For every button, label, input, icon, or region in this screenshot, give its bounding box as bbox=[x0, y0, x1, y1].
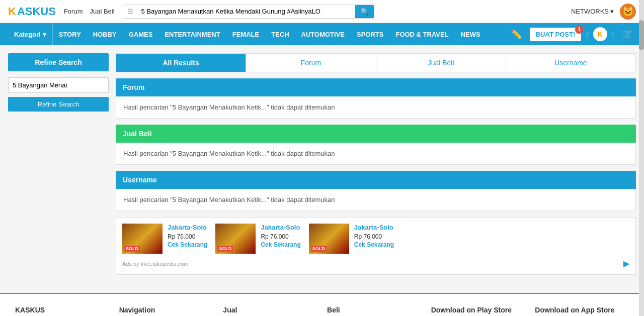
jual-beli-section-header: Jual Beli bbox=[116, 125, 636, 143]
sold-badge-2: SOLD bbox=[217, 246, 233, 252]
main-content: Refine Search Refine Search All Results … bbox=[0, 45, 644, 283]
footer-col-app-store: Download on App Store ◼ KASKUS Jual Beli… bbox=[530, 306, 634, 316]
jual-beli-section-body: Hasil pencarian "5 Bayangan Menakutkan K… bbox=[116, 143, 636, 165]
networks-chevron-icon: ▾ bbox=[610, 8, 614, 15]
nav-games[interactable]: GAMES bbox=[123, 23, 159, 45]
username-section: Username Hasil pencarian "5 Bayangan Men… bbox=[116, 171, 636, 211]
top-nav-forum[interactable]: Forum bbox=[64, 8, 83, 15]
ad-title-3[interactable]: Jakarta-Solo bbox=[354, 224, 393, 231]
hamburger-icon: ☰ bbox=[123, 6, 137, 17]
tab-all-results[interactable]: All Results bbox=[116, 54, 246, 72]
ad-price-3: Rp 76.000 bbox=[354, 233, 394, 240]
refine-search-header-button[interactable]: Refine Search bbox=[8, 53, 109, 71]
nav-links: STORY HOBBY GAMES ENTERTAINMENT FEMALE T… bbox=[53, 23, 487, 45]
search-bar: ☰ 🔍 bbox=[123, 5, 374, 19]
footer-play-store-title: Download on Play Store bbox=[431, 306, 525, 314]
ads-items: SOLD Jakarta-Solo Rp 76.000 Cek Sekarang… bbox=[122, 224, 629, 254]
nav-automotive[interactable]: AUTOMOTIVE bbox=[295, 23, 351, 45]
buat-post-label: BUAT POST! bbox=[536, 31, 575, 38]
networks-button[interactable]: NETWORKS ▾ bbox=[571, 8, 614, 15]
ad-title-1[interactable]: Jakarta-Solo bbox=[168, 224, 207, 231]
footer-cols: KASKUS Pusat Bantuan Tentang Kami Pandua… bbox=[10, 306, 634, 316]
footer-jual-title: Jual bbox=[223, 306, 317, 314]
tab-forum[interactable]: Forum bbox=[246, 54, 375, 72]
nav-entertainment[interactable]: ENTERTAINMENT bbox=[158, 23, 226, 45]
sold-badge-3: SOLD bbox=[311, 246, 327, 252]
kategori-button[interactable]: Kategori ▾ bbox=[8, 23, 53, 45]
footer-col-jual: Jual Cara Jual Updated Berjualan - FAQ K… bbox=[218, 306, 322, 316]
footer-col-kaskus: KASKUS Pusat Bantuan Tentang Kami Pandua… bbox=[10, 306, 114, 316]
top-nav-jual-beli[interactable]: Jual Beli bbox=[90, 8, 114, 15]
nav-divider-2: | bbox=[612, 31, 614, 38]
nav-food-travel[interactable]: FOOD & TRAVEL bbox=[389, 23, 454, 45]
nav-sports[interactable]: SPORTS bbox=[351, 23, 389, 45]
logo-k: K bbox=[8, 5, 16, 18]
ad-cta-3[interactable]: Cek Sekarang bbox=[354, 241, 394, 248]
tabs-bar: All Results Forum Jual Beli Username bbox=[116, 53, 636, 72]
jual-beli-section: Jual Beli Hasil pencarian "5 Bayangan Me… bbox=[116, 125, 636, 165]
footer-app-store-title: Download on App Store bbox=[535, 306, 629, 314]
avatar-icon: 🐱 bbox=[622, 6, 633, 17]
nav-news[interactable]: NEWS bbox=[455, 23, 487, 45]
refine-search-input[interactable] bbox=[8, 77, 109, 93]
nav-bar: Kategori ▾ STORY HOBBY GAMES ENTERTAINME… bbox=[0, 23, 644, 45]
ads-box: SOLD Jakarta-Solo Rp 76.000 Cek Sekarang… bbox=[116, 217, 636, 275]
ad-image-2: SOLD bbox=[215, 224, 256, 254]
buat-post-button[interactable]: BUAT POST! 1 bbox=[530, 28, 581, 41]
username-section-header: Username bbox=[116, 171, 636, 189]
cart-icon[interactable]: 🛒 bbox=[619, 29, 636, 40]
ads-footer: Ads by tiket.tokopedia.com ▶ bbox=[122, 259, 629, 268]
nav-tech[interactable]: TECH bbox=[265, 23, 295, 45]
k-button[interactable]: K bbox=[593, 27, 607, 41]
kategori-chevron-icon: ▾ bbox=[43, 31, 46, 38]
left-sidebar: Refine Search Refine Search bbox=[8, 53, 109, 275]
nav-right: ✏️ BUAT POST! 1 | K | 🛒 bbox=[508, 27, 636, 41]
ad-info-3: Jakarta-Solo Rp 76.000 Cek Sekarang bbox=[354, 224, 394, 248]
edit-icon: ✏️ bbox=[508, 29, 525, 40]
kategori-label: Kategori bbox=[14, 31, 41, 38]
avatar[interactable]: 🐱 bbox=[620, 4, 636, 20]
nav-female[interactable]: FEMALE bbox=[226, 23, 265, 45]
tab-username[interactable]: Username bbox=[506, 54, 635, 72]
ads-arrow-icon: ▶ bbox=[623, 259, 629, 268]
top-nav-links: Forum Jual Beli bbox=[64, 8, 115, 15]
forum-section-body: Hasil pencarian "5 Bayangan Menakutkan K… bbox=[116, 96, 636, 119]
search-input[interactable] bbox=[137, 5, 355, 18]
forum-section-header: Forum bbox=[116, 78, 636, 96]
ad-cta-2[interactable]: Cek Sekarang bbox=[261, 241, 300, 248]
ad-item-1: SOLD Jakarta-Solo Rp 76.000 Cek Sekarang bbox=[122, 224, 207, 254]
forum-section: Forum Hasil pencarian "5 Bayangan Menaku… bbox=[116, 78, 636, 119]
footer-navigation-title: Navigation bbox=[119, 306, 213, 314]
nav-hobby[interactable]: HOBBY bbox=[87, 23, 123, 45]
nav-divider: | bbox=[586, 31, 588, 38]
search-button[interactable]: 🔍 bbox=[355, 5, 374, 18]
scrollbar-thumb[interactable] bbox=[639, 20, 644, 50]
logo[interactable]: KASKUS bbox=[8, 5, 56, 18]
networks-label: NETWORKS bbox=[571, 8, 609, 15]
nav-story[interactable]: STORY bbox=[53, 23, 87, 45]
footer-beli-title: Beli bbox=[327, 306, 421, 314]
refine-search-submit-button[interactable]: Refine Search bbox=[8, 97, 109, 112]
tab-jual-beli[interactable]: Jual Beli bbox=[376, 54, 506, 72]
ad-price-2: Rp 76.000 bbox=[261, 233, 300, 240]
footer-col-play-store: Download on Play Store ▶ KASKUS Jual Bel… bbox=[426, 306, 530, 316]
notif-badge: 1 bbox=[575, 26, 583, 34]
ad-item-2: SOLD Jakarta-Solo Rp 76.000 Cek Sekarang bbox=[215, 224, 300, 254]
ad-title-2[interactable]: Jakarta-Solo bbox=[261, 224, 300, 231]
ad-info-2: Jakarta-Solo Rp 76.000 Cek Sekarang bbox=[261, 224, 300, 248]
top-bar: KASKUS Forum Jual Beli ☰ 🔍 NETWORKS ▾ 🐱 bbox=[0, 0, 644, 23]
footer: KASKUS Pusat Bantuan Tentang Kami Pandua… bbox=[0, 293, 644, 316]
footer-col-navigation: Navigation Forum Jual Beli Groups KASKUS… bbox=[114, 306, 218, 316]
ad-image-3: SOLD bbox=[309, 224, 349, 254]
footer-kaskus-title: KASKUS bbox=[15, 306, 109, 314]
ad-cta-1[interactable]: Cek Sekarang bbox=[168, 241, 207, 248]
right-content: All Results Forum Jual Beli Username For… bbox=[116, 53, 636, 275]
top-right: NETWORKS ▾ 🐱 bbox=[571, 4, 636, 20]
ad-item-3: SOLD Jakarta-Solo Rp 76.000 Cek Sekarang bbox=[309, 224, 394, 254]
logo-askus: ASKUS bbox=[17, 5, 56, 18]
scrollbar[interactable] bbox=[639, 0, 644, 316]
username-section-body: Hasil pencarian "5 Bayangan Menakutkan K… bbox=[116, 189, 636, 211]
ads-footer-label: Ads by tiket.tokopedia.com bbox=[122, 261, 188, 267]
ad-info-1: Jakarta-Solo Rp 76.000 Cek Sekarang bbox=[168, 224, 207, 248]
footer-col-beli: Beli Cara Membeli Updated Pembelian - FA… bbox=[322, 306, 426, 316]
